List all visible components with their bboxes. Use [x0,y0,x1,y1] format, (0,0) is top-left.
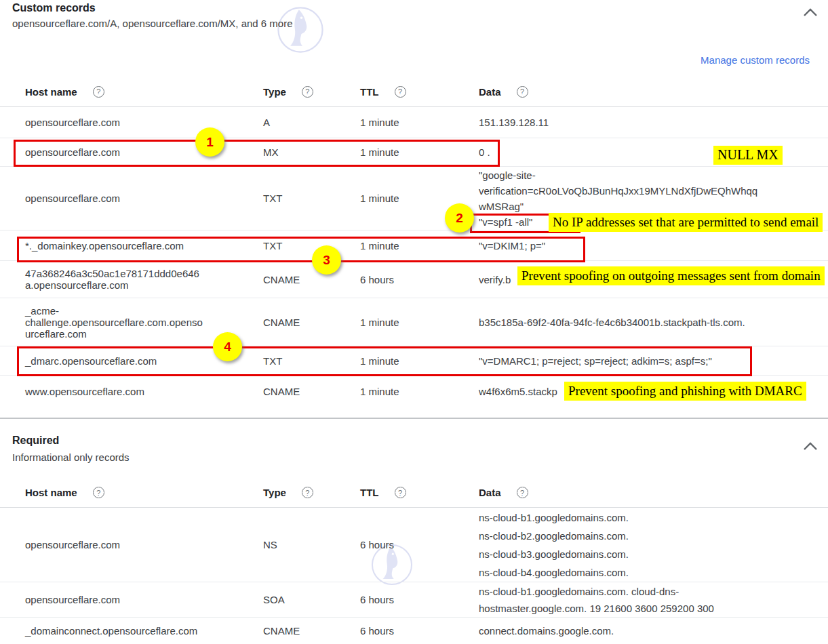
data-cell: b35c185a-69f2-40fa-94fc-fe4c6b34001b.sta… [479,315,816,330]
table-row: opensourceflare.com A 1 minute 151.139.1… [0,107,828,138]
type-cell: NS [263,539,360,550]
host-cell: opensourceflare.com [25,146,263,158]
ttl-cell: 1 minute [360,240,479,251]
data-header: Data ? [479,86,816,98]
host-cell: *._domainkey.opensourceflare.com [25,240,263,251]
table-row: _acme- challenge.opensourceflare.com.ope… [0,298,828,346]
table-row: _dmarc.opensourceflare.com TXT 1 minute … [0,346,828,376]
host-cell: www.opensourceflare.com [25,386,263,397]
ttl-label: TTL [360,86,379,98]
type-cell: MX [263,146,360,158]
chevron-up-icon[interactable] [802,441,819,453]
type-cell: CNAME [263,274,360,285]
ttl-cell: 6 hours [360,594,479,605]
help-icon[interactable]: ? [395,487,406,498]
type-cell: TXT [263,355,360,367]
host-name-label: Host name [25,487,77,498]
custom-records-table: Host name ? Type ? TTL ? Data ? opensour… [0,77,828,407]
type-cell: A [263,117,360,128]
ttl-label: TTL [360,487,379,498]
table-row: *._domainkey.opensourceflare.com TXT 1 m… [0,230,828,261]
host-name-header: Host name ? [25,487,263,498]
ttl-cell: 1 minute [360,146,479,158]
help-icon[interactable]: ? [93,86,104,98]
help-icon[interactable]: ? [302,487,313,498]
required-title: Required [12,435,59,447]
host-name-header: Host name ? [25,86,263,98]
manage-custom-records-link[interactable]: Manage custom records [701,54,810,66]
type-label: Type [263,86,286,98]
help-icon[interactable]: ? [93,487,104,498]
host-cell: opensourceflare.com [25,117,263,128]
type-header: Type ? [263,487,360,498]
type-cell: SOA [263,594,360,605]
table-row: opensourceflare.com SOA 6 hours ns-cloud… [0,582,828,618]
help-icon[interactable]: ? [517,487,528,498]
ttl-cell: 1 minute [360,193,479,204]
type-label: Type [263,487,286,498]
highlight-null-mx: NULL MX [713,146,783,165]
ttl-cell: 1 minute [360,317,479,328]
type-cell: TXT [263,240,360,251]
ttl-header: TTL ? [360,86,479,98]
custom-records-subtitle: opensourceflare.com/A, opensourceflare.c… [12,18,293,29]
type-cell: CNAME [263,625,360,637]
data-cell: 151.139.128.11 [479,115,816,130]
highlight-spf-note: No IP addresses set that are permitted t… [549,213,823,232]
custom-records-title: Custom records [12,2,96,14]
data-cell: ns-cloud-b1.googledomains.com. ns-cloud-… [479,508,816,582]
required-subtitle: Informational only records [12,451,130,463]
ttl-cell: 6 hours [360,274,479,285]
dns-records-page: Custom records opensourceflare.com/A, op… [0,0,828,644]
required-records-table: Host name ? Type ? TTL ? Data ? opensour… [0,478,828,644]
help-icon[interactable]: ? [517,86,528,98]
type-header: Type ? [263,86,360,98]
highlight-dkim-note: Prevent spoofing on outgoing messages se… [517,266,825,285]
host-name-label: Host name [25,86,77,98]
callout-4: 4 [213,332,242,361]
host-cell: opensourceflare.com [25,539,263,550]
host-cell: _domainconnect.opensourceflare.com [25,625,263,637]
help-icon[interactable]: ? [302,86,313,98]
section-divider [0,418,828,419]
ttl-cell: 6 hours [360,539,479,550]
table-header-row: Host name ? Type ? TTL ? Data ? [0,77,828,107]
data-cell: "v=DMARC1; p=reject; sp=reject; adkim=s;… [479,353,816,369]
data-label: Data [479,487,501,498]
host-cell: opensourceflare.com [25,193,263,204]
data-cell: connect.domains.google.com. [479,623,816,639]
data-header: Data ? [479,487,816,498]
callout-1: 1 [195,127,224,157]
type-cell: CNAME [263,317,360,328]
data-cell: ns-cloud-b1.googledomains.com. cloud-dns… [479,583,816,617]
chevron-up-icon[interactable] [802,7,819,19]
type-cell: CNAME [263,386,360,397]
table-row: opensourceflare.com MX 1 minute 0 . [0,138,828,167]
ttl-cell: 1 minute [360,355,479,367]
host-cell: opensourceflare.com [25,594,263,605]
type-cell: TXT [263,193,360,204]
ttl-cell: 1 minute [360,117,479,128]
ttl-header: TTL ? [360,487,479,498]
help-icon[interactable]: ? [395,86,406,98]
data-cell: "v=DKIM1; p=" [479,238,816,254]
highlight-dmarc-note: Prevent spoofing and phishing with DMARC [564,382,806,401]
ttl-cell: 1 minute [360,386,479,397]
callout-2: 2 [445,203,474,233]
ttl-cell: 6 hours [360,625,479,637]
table-header-row: Host name ? Type ? TTL ? Data ? [0,478,828,508]
callout-3: 3 [312,245,341,275]
table-row: opensourceflare.com NS 6 hours ns-cloud-… [0,508,828,582]
watermark-logo [275,5,326,55]
host-cell: 47a368246a3c50ac1e78171ddd0e646 a.openso… [25,268,263,291]
table-row: _domainconnect.opensourceflare.com CNAME… [0,618,828,644]
data-label: Data [479,86,501,98]
